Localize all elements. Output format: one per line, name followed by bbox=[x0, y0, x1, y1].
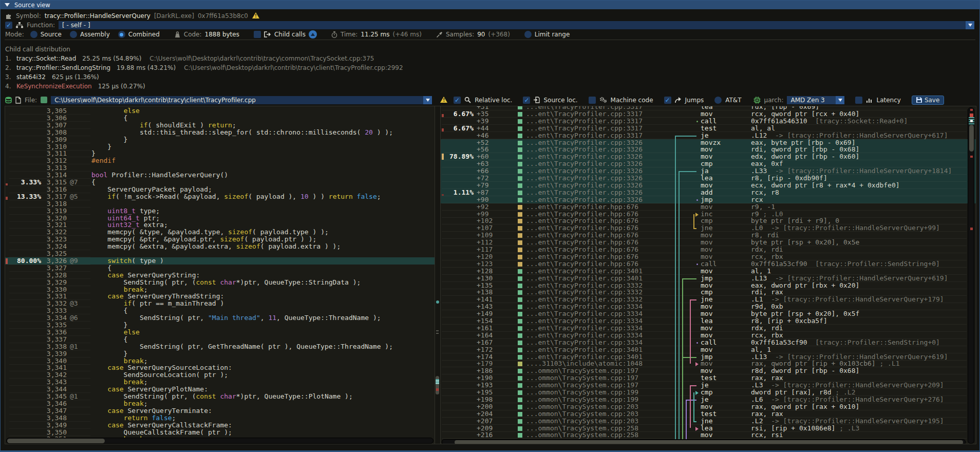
asm-row[interactable]: +193...ommon\TracySystem.cpp:197je.L3 ->… bbox=[441, 382, 976, 389]
source-line[interactable]: 3,322 memcpy( &type, &payload.type, size… bbox=[5, 229, 435, 236]
collapse-icon[interactable] bbox=[5, 3, 10, 7]
asm-row[interactable]: +56...ent\TracyProfiler.cpp:3326movrdi, … bbox=[441, 146, 976, 153]
asm-row[interactable]: +128...ent\TracyProfiler.cpp:3401moval, … bbox=[441, 268, 976, 275]
child-calls-checkbox[interactable] bbox=[254, 31, 261, 38]
source-line[interactable]: 3,313 bbox=[5, 164, 435, 172]
source-line[interactable]: 3,345@1 SendString( ptr, (const char*)pt… bbox=[5, 393, 435, 400]
source-line[interactable]: 3,341 case ServerQuerySourceLocation: bbox=[5, 364, 435, 371]
source-line[interactable]: 3,342 SendSourceLocation( ptr ); bbox=[5, 371, 435, 379]
asm-pane[interactable]: +31...ent\TracyProfiler.cpp:3317leardx, … bbox=[440, 106, 976, 444]
asm-row[interactable]: +99...ent\TracyProfiler.hpp:676incr9 ; .… bbox=[441, 211, 976, 218]
asm-hscrollbar-thumb[interactable] bbox=[455, 440, 963, 444]
att-label[interactable]: AT&T bbox=[725, 97, 741, 104]
relative-loc-checkbox[interactable] bbox=[454, 97, 461, 104]
divider-grip[interactable] bbox=[436, 300, 439, 304]
source-line[interactable]: 80.00%3,326@9 switch( type ) bbox=[5, 257, 435, 265]
asm-row[interactable]: +209...ommon\TracySystem.cpp:258learsi, … bbox=[441, 425, 976, 432]
limit-range-label[interactable]: Limit range bbox=[535, 31, 570, 38]
asm-row[interactable]: +186...ommon\TracySystem.cpp:197movr8d, … bbox=[441, 367, 976, 374]
mode-radio-assembly[interactable] bbox=[70, 31, 77, 38]
asm-row[interactable]: +72...ent\TracyProfiler.cpp:3326lear8, [… bbox=[441, 175, 976, 182]
asm-row[interactable]: +164...ent\TracyProfiler.cpp:3334movrcx,… bbox=[441, 332, 976, 339]
jumps-label[interactable]: Jumps bbox=[685, 97, 704, 104]
source-line[interactable]: 3,305 else bbox=[5, 107, 435, 115]
source-line[interactable]: 3,306 { bbox=[5, 115, 435, 122]
child-call-item[interactable]: 4.KeSynchronizeExecution125 µs (0.27%) bbox=[5, 82, 403, 91]
asm-row[interactable]: +123...ent\TracyProfiler.hpp:676call0x7f… bbox=[441, 260, 976, 268]
source-line[interactable]: 3,346 break; bbox=[5, 400, 435, 407]
asm-row[interactable]: +207...ommon\TracySystem.cpp:203jne.L2 -… bbox=[441, 418, 976, 425]
asm-row[interactable]: +102...ent\TracyProfiler.hpp:676cmpbyte … bbox=[441, 217, 976, 224]
att-checkbox[interactable] bbox=[714, 97, 722, 104]
source-loc-checkbox[interactable] bbox=[523, 97, 530, 104]
source-line[interactable]: 3,312#endif bbox=[5, 157, 435, 164]
pane-divider[interactable] bbox=[435, 106, 440, 444]
asm-row[interactable]: +200...ommon\TracySystem.cpp:203movrax, … bbox=[441, 403, 976, 410]
source-line[interactable]: 3,324 memcpy( &extra, &payload.extra, si… bbox=[5, 243, 435, 250]
child-calls-label[interactable]: Child calls bbox=[274, 31, 306, 38]
file-combo-caret[interactable] bbox=[423, 96, 432, 104]
function-combo[interactable]: [ - self - ] bbox=[59, 21, 974, 29]
source-line[interactable]: 3,311} bbox=[5, 150, 435, 157]
asm-row[interactable]: +120...ent\TracyProfiler.hpp:676movrcx, … bbox=[441, 253, 976, 260]
asm-row[interactable]: +90...ent\TracyProfiler.cpp:3326jmprcx bbox=[441, 196, 976, 203]
asm-row[interactable]: 1.11%+87...ent\TracyProfiler.cpp:3326add… bbox=[441, 189, 976, 196]
asm-row[interactable]: +161...ent\TracyProfiler.cpp:3334movrdx,… bbox=[441, 325, 976, 332]
source-line[interactable]: 3,344 case ServerQueryPlotName: bbox=[5, 386, 435, 393]
source-line[interactable]: 3,334@6 SendString( ptr, "Main thread", … bbox=[5, 314, 435, 322]
asm-row[interactable]: +167...ent\TracyProfiler.cpp:3334call0x7… bbox=[441, 339, 976, 346]
source-line[interactable]: 3,338@1 SendString( ptr, GetThreadName( … bbox=[5, 343, 435, 350]
source-line[interactable]: 3,325 bbox=[5, 250, 435, 257]
asm-row[interactable]: +204...ommon\TracySystem.cpp:203testrax,… bbox=[441, 410, 976, 418]
asm-row[interactable]: +66...ent\TracyProfiler.cpp:3326ja.L33 -… bbox=[441, 167, 976, 175]
mode-option-assembly[interactable]: Assembly bbox=[80, 31, 110, 38]
asm-row[interactable]: +138...ent\TracyProfiler.cpp:3332cmprdi,… bbox=[441, 289, 976, 296]
machine-code-label[interactable]: Machine code bbox=[611, 97, 653, 104]
source-line[interactable]: 3,343 break; bbox=[5, 379, 435, 386]
asm-row[interactable]: +195...ommon\TracySystem.cpp:199cmpdword… bbox=[441, 389, 976, 396]
source-line[interactable]: 3,319 uint8_t type; bbox=[5, 208, 435, 215]
title-bar[interactable]: Source view bbox=[1, 1, 979, 9]
source-line[interactable]: 3,340 break; bbox=[5, 357, 435, 365]
source-line[interactable]: 3,308 std::this_thread::sleep_for( std::… bbox=[5, 129, 435, 136]
asm-row[interactable]: +92...ent\TracyProfiler.hpp:676movr9, -1 bbox=[441, 203, 976, 211]
source-line[interactable]: 3,350 QueueCallstackFrame( ptr ); bbox=[5, 429, 435, 436]
function-combo-caret[interactable] bbox=[966, 21, 974, 29]
asm-row[interactable]: 6.67%+35...ent\TracyProfiler.cpp:3317mov… bbox=[441, 110, 976, 118]
asm-row[interactable]: +174...ent\TracyProfiler.cpp:3401jmp.L13… bbox=[441, 353, 976, 361]
source-hscrollbar-thumb[interactable] bbox=[7, 439, 105, 443]
source-pane[interactable]: 3,305 else3,306 {3,307 if( shouldExit ) … bbox=[5, 106, 435, 444]
asm-row[interactable]: +79...ent\TracyProfiler.cpp:3326movecx, … bbox=[441, 182, 976, 189]
mode-radio-source[interactable] bbox=[30, 31, 37, 38]
asm-row[interactable]: 6.67%+44...ent\TracyProfiler.cpp:3317tes… bbox=[441, 125, 976, 132]
asm-row[interactable]: +154...ent\TracyProfiler.cpp:3334lear8, … bbox=[441, 317, 976, 325]
child-call-item[interactable]: 3.stat64i32625 µs (1.36%) bbox=[5, 72, 403, 82]
mode-radio-combined[interactable] bbox=[118, 31, 125, 38]
source-line[interactable]: 3,316 ServerQueryPacket payload; bbox=[5, 186, 435, 193]
source-line[interactable]: 3,349 case ServerQueryCallstackFrame: bbox=[5, 422, 435, 429]
source-line[interactable]: 3,348 return false; bbox=[5, 415, 435, 422]
asm-row[interactable]: +190...ommon\TracySystem.cpp:197testrax,… bbox=[441, 374, 976, 382]
asm-vscrollbar-thumb[interactable] bbox=[969, 125, 974, 152]
asm-row[interactable]: +141...ent\TracyProfiler.cpp:3332jne.L1 … bbox=[441, 296, 976, 303]
source-line[interactable]: 3,336 else bbox=[5, 329, 435, 336]
asm-row[interactable]: +39...ent\TracyProfiler.cpp:3317call0x7f… bbox=[441, 118, 976, 125]
source-line[interactable]: 3,328 case ServerQueryString: bbox=[5, 272, 435, 279]
source-line[interactable]: 3,310 } bbox=[5, 143, 435, 150]
latency-label[interactable]: Latency bbox=[876, 97, 900, 104]
source-line[interactable]: 3,335 } bbox=[5, 322, 435, 329]
source-line[interactable]: 3,331 case ServerQueryThreadString: bbox=[5, 293, 435, 300]
child-call-item[interactable]: 1.tracy::Socket::Read25.25 ms (54.89%)C:… bbox=[5, 54, 403, 63]
child-calls-expand-button[interactable] bbox=[309, 30, 317, 39]
asm-row[interactable]: +117...ent\TracyProfiler.hpp:676movrdx, … bbox=[441, 246, 976, 253]
uarch-combo[interactable]: AMD Zen 3 bbox=[787, 96, 844, 104]
asm-row[interactable]: +52...ent\TracyProfiler.cpp:3326movzxeax… bbox=[441, 139, 976, 146]
source-line[interactable]: 3,321 uint32_t extra; bbox=[5, 221, 435, 229]
asm-row[interactable]: +179....31103\include\atomic:1048movrax,… bbox=[441, 360, 976, 367]
asm-row[interactable]: +149...ent\TracyProfiler.cpp:3334movbyte… bbox=[441, 310, 976, 317]
asm-row[interactable]: +107...ent\TracyProfiler.hpp:676jne.L0 -… bbox=[441, 224, 976, 232]
asm-row[interactable]: +63...ent\TracyProfiler.cpp:3326cmpeax, … bbox=[441, 160, 976, 167]
source-line[interactable]: 3,347 case ServerQueryTerminate: bbox=[5, 407, 435, 415]
save-button[interactable]: Save bbox=[912, 96, 944, 105]
asm-row[interactable]: +216...ommon\TracySystem.cpp:258movrcx, … bbox=[441, 431, 976, 439]
